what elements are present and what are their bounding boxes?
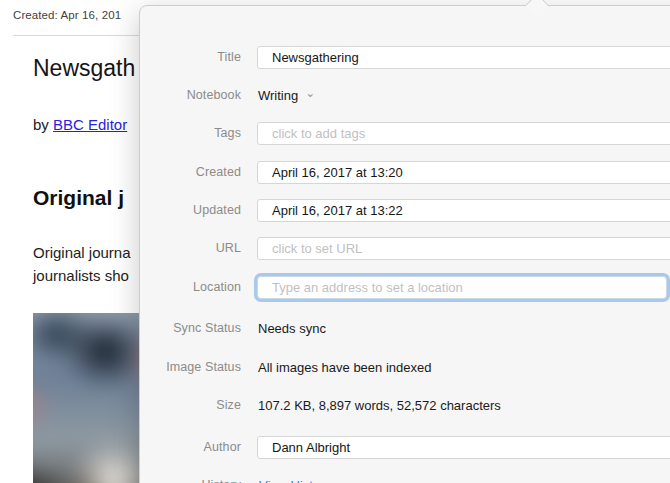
url-label: URL [140, 241, 241, 255]
chevron-down-icon: ⌄ [305, 87, 315, 99]
history-label: History [140, 478, 241, 483]
row-updated: Updated April 16, 2017 at 13:22 [140, 198, 670, 222]
sync-status-value: Needs sync [258, 321, 326, 336]
created-input[interactable]: April 16, 2017 at 13:20 [257, 161, 670, 184]
photo-blur-content [33, 313, 141, 483]
row-image-status: Image Status All images have been indexe… [140, 355, 670, 379]
location-input[interactable]: Type an address to set a location [257, 276, 667, 299]
popover-arrow [524, 0, 549, 19]
sync-status-label: Sync Status [140, 321, 241, 335]
note-created-line: Created: Apr 16, 201 [13, 9, 121, 21]
tags-label: Tags [140, 126, 241, 140]
image-status-value: All images have been indexed [258, 360, 431, 375]
paragraph-line: journalists sho [33, 264, 131, 287]
url-input[interactable]: click to set URL [257, 237, 670, 260]
size-label: Size [140, 398, 241, 412]
paragraph-line: Original journa [33, 241, 131, 264]
row-history: History View History [140, 473, 670, 483]
note-info-popover: Title Newsgathering Notebook Writing ⌄ T… [139, 5, 670, 483]
notebook-dropdown[interactable]: Writing ⌄ [258, 88, 315, 103]
author-input[interactable]: Dann Albright [257, 436, 670, 459]
size-value: 107.2 KB, 8,897 words, 52,572 characters [258, 398, 501, 413]
section-heading: Original j [33, 186, 124, 210]
tags-input[interactable]: click to add tags [257, 122, 670, 145]
location-label: Location [140, 280, 241, 294]
title-input[interactable]: Newsgathering [257, 46, 670, 69]
notebook-label: Notebook [140, 88, 241, 102]
notebook-value: Writing [258, 88, 298, 103]
divider [13, 35, 141, 36]
row-url: URL click to set URL [140, 236, 670, 260]
view-history-link[interactable]: View History [259, 478, 331, 483]
row-location: Location Type an address to set a locati… [140, 275, 670, 299]
paragraph: Original journa journalists sho [33, 241, 131, 287]
author-label: Author [140, 440, 241, 454]
row-created: Created April 16, 2017 at 13:20 [140, 160, 670, 184]
note-photo [33, 313, 141, 483]
row-author: Author Dann Albright [140, 435, 670, 459]
byline-prefix: by [33, 116, 53, 133]
byline-author-link[interactable]: BBC Editor [53, 116, 127, 133]
updated-input[interactable]: April 16, 2017 at 13:22 [257, 199, 670, 222]
row-size: Size 107.2 KB, 8,897 words, 52,572 chara… [140, 393, 670, 417]
row-tags: Tags click to add tags [140, 121, 670, 145]
row-title: Title Newsgathering [140, 45, 670, 69]
row-sync-status: Sync Status Needs sync [140, 316, 670, 340]
image-status-label: Image Status [140, 360, 241, 374]
row-notebook: Notebook Writing ⌄ [140, 83, 670, 107]
byline: by BBC Editor [33, 116, 127, 133]
screen: Created: Apr 16, 201 Newsgath by BBC Edi… [0, 0, 670, 483]
updated-label: Updated [140, 203, 241, 217]
created-label: Created [140, 165, 241, 179]
note-title-heading: Newsgath [33, 55, 135, 82]
title-label: Title [140, 50, 241, 64]
